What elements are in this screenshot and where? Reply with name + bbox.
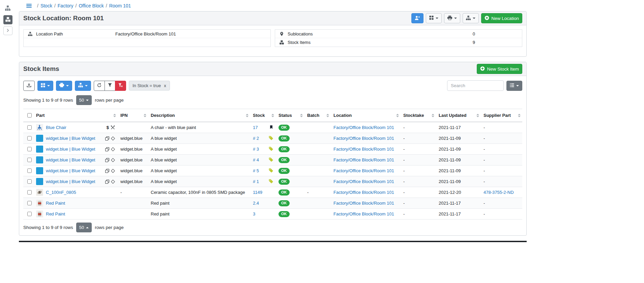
download-button[interactable] [23,81,35,91]
column-header-description[interactable]: Description [148,109,250,122]
page-size-dropdown[interactable]: 50 [76,223,92,232]
stock-quantity-link[interactable]: 1149 [253,190,262,195]
batch-cell [304,133,331,144]
stock-quantity-link[interactable]: # 4 [253,157,259,162]
sort-icon[interactable] [246,114,248,117]
select-all-header[interactable] [23,109,33,122]
stock-quantity-link[interactable]: 3 [253,211,255,216]
remove-filter-icon[interactable]: x [164,83,166,88]
column-header-stock[interactable]: Stock [250,109,276,122]
column-header-ipn[interactable]: IPN [118,109,148,122]
location-link[interactable]: Factory/Office Block/Room 101 [333,211,394,216]
row-checkbox[interactable] [27,147,32,151]
part-link[interactable]: widget.blue | Blue Widget [46,179,95,184]
row-checkbox[interactable] [27,201,32,205]
refresh-button[interactable] [94,81,105,91]
location-link[interactable]: Factory/Office Block/Room 101 [333,136,394,141]
filter-chip[interactable]: In Stock = true x [129,81,170,91]
select-all-checkbox[interactable] [27,113,32,118]
row-checkbox[interactable] [27,179,32,184]
location-link[interactable]: Factory/Office Block/Room 101 [333,157,394,162]
part-link[interactable]: Blue Chair [46,125,66,130]
stock-quantity-link[interactable]: # 5 [253,168,259,173]
grid-icon [429,16,434,21]
breadcrumb-link[interactable]: Room 101 [109,3,131,8]
batch-cell: - [304,187,331,198]
column-header-status[interactable]: Status [276,109,304,122]
search-input[interactable] [447,80,504,91]
barcode-actions-dropdown[interactable] [37,81,53,91]
page-size-dropdown[interactable]: 50 [76,95,92,105]
part-link[interactable]: widget.blue | Blue Widget [46,147,95,152]
print-actions-dropdown[interactable] [56,81,72,91]
column-header-last-updated[interactable]: Last Updated [436,109,481,122]
stock-quantity-link[interactable]: # 1 [253,179,259,184]
location-link[interactable]: Factory/Office Block/Room 101 [333,179,394,184]
stock-quantity-link[interactable]: # 3 [253,147,259,152]
part-link[interactable]: Red Paint [46,211,65,216]
stock-quantity-link[interactable]: 17 [253,125,258,130]
sort-icon[interactable] [300,114,303,117]
sidebar-expand-button[interactable] [3,26,12,35]
location-link[interactable]: Factory/Office Block/Room 101 [333,147,394,152]
location-link[interactable]: Factory/Office Block/Room 101 [333,201,394,206]
menu-icon[interactable] [26,3,32,8]
supplier-part-link[interactable]: 478-3755-2-ND [484,190,514,195]
part-link[interactable]: Red Paint [46,201,65,206]
location-link[interactable]: Factory/Office Block/Room 101 [333,125,394,130]
new-stock-item-button[interactable]: New Stock Item [477,64,522,74]
stock-quantity-link[interactable]: # 2 [253,136,259,141]
row-checkbox[interactable] [27,158,32,162]
batch-cell [304,165,331,176]
rows-per-page-label: rows per page [95,225,124,230]
row-checkbox[interactable] [27,136,32,140]
row-checkbox[interactable] [27,169,32,173]
stock-options-dropdown[interactable] [75,81,91,91]
part-link[interactable]: C_100nF_0805 [46,190,76,195]
location-card: Stock Location: Room 101 [19,11,527,57]
tag-icon [269,157,273,162]
copy-icon [105,169,109,173]
table-row: Blue Chair$A chair - with blue paint17OK… [23,122,522,133]
sort-icon[interactable] [271,114,274,117]
column-header-part[interactable]: Part [33,109,118,122]
part-link[interactable]: widget.blue | Blue Widget [46,157,95,162]
column-header-stocktake[interactable]: Stocktake [401,109,436,122]
column-header-location[interactable]: Location [331,109,401,122]
stock-quantity-link[interactable]: 2.4 [253,201,259,206]
sort-icon[interactable] [518,114,521,117]
sidebar-stock-button[interactable] [3,15,12,24]
batch-cell [304,198,331,209]
row-checkbox[interactable] [27,190,32,195]
sort-icon[interactable] [113,114,116,117]
breadcrumb-link[interactable]: Factory [58,3,74,8]
sort-icon[interactable] [396,114,399,117]
user-actions-button[interactable] [411,13,423,23]
filter-button[interactable] [105,81,115,91]
breadcrumb-link[interactable]: Office Block [79,3,104,8]
stock-boxes-icon [279,40,284,45]
breadcrumb-link[interactable]: Stock [40,3,52,8]
table-columns-dropdown[interactable] [506,81,522,91]
new-location-button[interactable]: New Location [481,13,522,23]
part-link[interactable]: widget.blue | Blue Widget [46,168,95,173]
sort-icon[interactable] [144,114,146,117]
location-actions-dropdown[interactable] [463,13,479,23]
part-link[interactable]: widget.blue | Blue Widget [46,136,95,141]
row-checkbox[interactable] [27,212,32,216]
description-cell: A blue widget [148,165,250,176]
sort-icon[interactable] [432,114,434,117]
location-link[interactable]: Factory/Office Block/Room 101 [333,168,394,173]
caret-down-icon [85,85,88,86]
column-header-supplier-part[interactable]: Supplier Part [481,109,522,122]
print-actions-dropdown[interactable] [444,13,460,23]
sort-icon[interactable] [326,114,329,117]
sidebar-part-tree-button[interactable] [3,4,12,13]
location-link[interactable]: Factory/Office Block/Room 101 [333,190,394,195]
column-header-batch[interactable]: Batch [304,109,331,122]
barcode-actions-dropdown[interactable] [426,13,442,23]
row-checkbox[interactable] [27,125,32,130]
sort-icon[interactable] [476,114,479,117]
rows-per-page-label: rows per page [95,98,124,103]
clear-filters-button[interactable] [115,81,126,91]
